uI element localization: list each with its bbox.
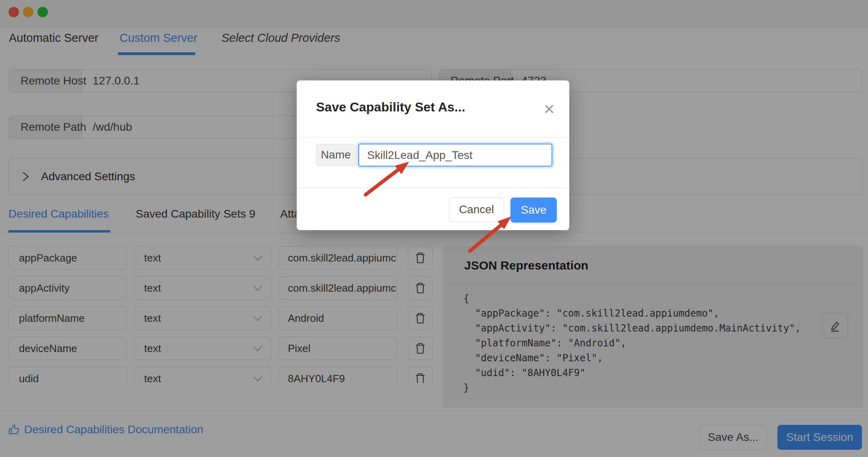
modal-body: Name (297, 138, 569, 187)
modal-footer: Cancel Save (297, 187, 569, 231)
capability-set-name-input[interactable] (358, 144, 552, 167)
close-icon[interactable]: ✕ (538, 98, 560, 121)
save-capability-set-modal: Save Capability Set As... ✕ Name Cancel … (297, 80, 569, 230)
name-field-label: Name (316, 144, 355, 166)
modal-title: Save Capability Set As... (316, 100, 465, 115)
modal-header: Save Capability Set As... ✕ (297, 80, 569, 138)
save-button[interactable]: Save (510, 198, 557, 222)
cancel-button[interactable]: Cancel (449, 197, 504, 222)
appium-desktop-window: Automatic Server Custom Server Select Cl… (0, 0, 868, 457)
